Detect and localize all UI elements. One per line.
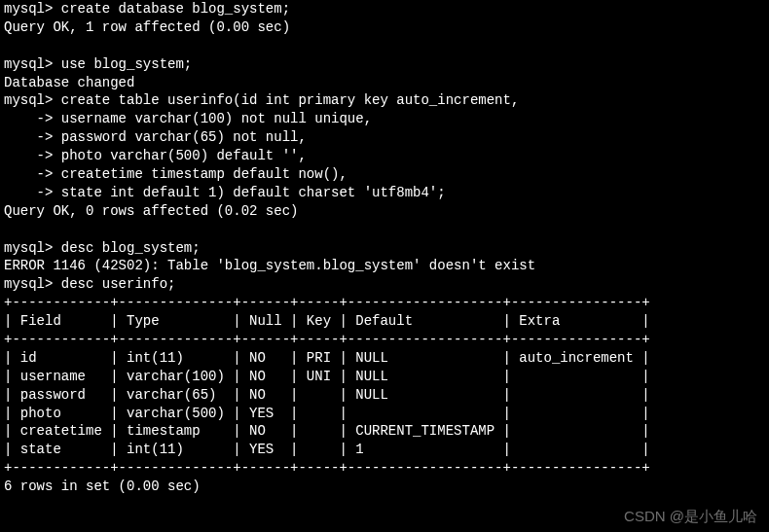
terminal-output[interactable]: mysql> create database blog_system; Quer… (0, 0, 769, 496)
watermark-text: CSDN @是小鱼儿哈 (624, 507, 757, 526)
